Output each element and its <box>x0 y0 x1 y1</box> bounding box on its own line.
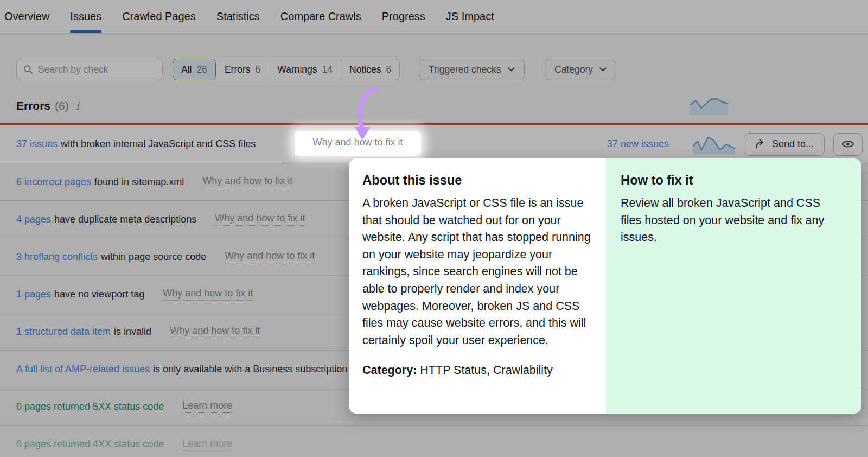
search-input[interactable] <box>38 64 160 75</box>
fix-title: How to fix it <box>621 173 842 188</box>
fix-body: Review all broken JavaScript and CSS fil… <box>621 195 842 246</box>
errors-section-header: Errors (6) i <box>16 99 79 112</box>
why-how-to-fix-link[interactable]: Why and how to fix it <box>163 288 253 301</box>
issue-trend-sparkline <box>693 135 735 154</box>
passed-check-text: 0 pages returned 5XX status code <box>16 401 164 412</box>
category-dropdown[interactable]: Category <box>545 59 616 80</box>
how-to-fix-panel: How to fix it Review all broken JavaScri… <box>606 158 861 414</box>
issue-link[interactable]: 3 hreflang conflicts <box>16 251 98 263</box>
search-icon <box>23 65 33 74</box>
tab-issues[interactable]: Issues <box>70 0 101 34</box>
about-body: A broken JavaScript or CSS file is an is… <box>362 195 592 349</box>
issue-link[interactable]: 1 structured data item <box>16 326 111 338</box>
eye-icon <box>841 139 854 149</box>
tab-compare-crawls[interactable]: Compare Crawls <box>280 0 361 34</box>
filter-notices-count: 6 <box>386 64 391 75</box>
learn-more-link[interactable]: Learn more <box>182 438 232 451</box>
search-by-check-box[interactable] <box>16 59 163 80</box>
tab-overview[interactable]: Overview <box>4 0 49 34</box>
send-to-button[interactable]: Send to... <box>744 133 825 156</box>
why-how-to-fix-link[interactable]: Why and how to fix it <box>225 250 315 263</box>
filter-notices[interactable]: Notices 6 <box>341 59 399 80</box>
issue-link[interactable]: A full list of AMP-related issues <box>16 364 150 375</box>
info-icon[interactable]: i <box>73 100 79 112</box>
triggered-checks-dropdown[interactable]: Triggered checks <box>419 59 525 80</box>
send-arrow-icon <box>755 139 766 149</box>
filter-errors[interactable]: Errors 6 <box>216 59 269 80</box>
errors-trend-sparkline <box>690 97 728 115</box>
tab-progress[interactable]: Progress <box>382 0 425 34</box>
tab-js-impact[interactable]: JS Impact <box>446 0 494 34</box>
why-how-to-fix-link[interactable]: Why and how to fix it <box>170 325 260 338</box>
chevron-down-icon <box>599 67 607 72</box>
why-how-to-fix-spotlight[interactable]: Why and how to fix it <box>295 131 421 156</box>
why-how-to-fix-link[interactable]: Why and how to fix it <box>215 213 305 226</box>
tab-crawled-pages[interactable]: Crawled Pages <box>122 0 196 34</box>
tab-statistics[interactable]: Statistics <box>216 0 260 34</box>
issue-row-broken-js-css[interactable]: 37 issues with broken internal JavaScrip… <box>0 125 868 163</box>
why-how-to-fix-link[interactable]: Why and how to fix it <box>202 175 292 188</box>
learn-more-link[interactable]: Learn more <box>182 400 232 413</box>
filter-all[interactable]: All 26 <box>173 59 216 80</box>
category-line: Category: HTTP Status, Crawlability <box>362 364 592 377</box>
filter-warnings[interactable]: Warnings 14 <box>269 59 341 80</box>
issue-row-4xx[interactable]: 0 pages returned 4XX status code Learn m… <box>0 426 868 457</box>
issue-link[interactable]: 6 incorrect pages <box>16 176 91 188</box>
hide-issue-button[interactable] <box>833 133 863 156</box>
severity-filter-group: All 26 Errors 6 Warnings 14 Notices 6 <box>173 59 400 80</box>
about-this-issue-panel: About this issue A broken JavaScript or … <box>349 158 606 414</box>
passed-check-text: 0 pages returned 4XX status code <box>16 439 164 450</box>
new-issues-link[interactable]: 37 new issues <box>607 138 669 150</box>
issue-link[interactable]: 37 issues <box>16 138 58 150</box>
issue-details-popup: About this issue A broken JavaScript or … <box>349 158 861 414</box>
filter-warnings-count: 14 <box>322 64 333 75</box>
filter-all-count: 26 <box>196 64 207 75</box>
chevron-down-icon <box>508 67 515 72</box>
filter-errors-count: 6 <box>256 64 261 75</box>
issue-link[interactable]: 4 pages <box>16 214 51 225</box>
section-count: (6) <box>55 99 69 112</box>
row-actions: 37 new issues Send to... <box>607 125 863 163</box>
about-title: About this issue <box>362 173 592 188</box>
top-navigation: Overview Issues Crawled Pages Statistics… <box>0 0 868 34</box>
issue-link[interactable]: 1 pages <box>16 289 51 300</box>
section-title: Errors <box>16 99 50 112</box>
